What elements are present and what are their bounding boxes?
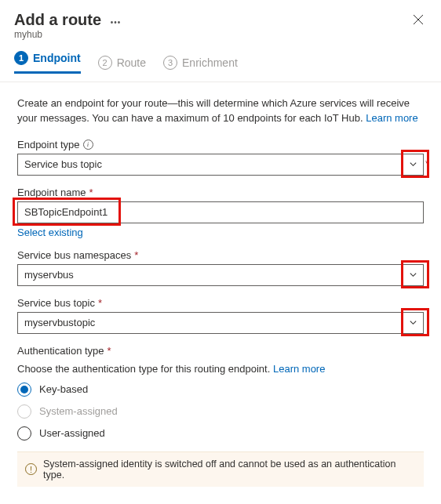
radio-system-assigned: System-assigned — [17, 404, 424, 419]
step-number: 3 — [163, 56, 177, 70]
radio-label: User-assigned — [39, 427, 105, 439]
radio-label: System-assigned — [39, 405, 118, 417]
learn-more-link[interactable]: Learn more — [366, 112, 417, 124]
step-number: 1 — [14, 51, 28, 65]
step-route[interactable]: 2 Route — [98, 51, 146, 74]
hub-name: myhub — [14, 29, 410, 40]
topic-select[interactable] — [17, 312, 424, 334]
auth-note: Choose the authentication type for this … — [17, 363, 424, 375]
step-enrichment[interactable]: 3 Enrichment — [163, 51, 238, 74]
warning-banner: ! System-assigned identity is switched o… — [17, 451, 424, 487]
auth-learn-more-link[interactable]: Learn more — [273, 363, 325, 375]
radio-key-based[interactable]: Key-based — [17, 383, 424, 397]
step-number: 2 — [98, 56, 112, 70]
info-icon[interactable]: i — [83, 140, 93, 150]
endpoint-name-label: Endpoint name — [17, 187, 86, 198]
warning-icon: ! — [25, 463, 37, 475]
endpoint-name-input[interactable] — [17, 201, 424, 223]
intro-text: Create an endpoint for your route—this w… — [17, 96, 424, 126]
namespace-select[interactable] — [17, 264, 424, 286]
topic-label: Service bus topic — [17, 297, 95, 309]
close-icon[interactable] — [410, 11, 427, 31]
auth-type-label: Authentication type — [17, 345, 104, 357]
step-label: Endpoint — [33, 52, 81, 64]
namespace-label: Service bus namespaces — [17, 249, 131, 261]
radio-label: Key-based — [39, 383, 88, 395]
step-label: Route — [117, 56, 146, 69]
step-endpoint[interactable]: 1 Endpoint — [14, 51, 81, 74]
warning-text: System-assigned identity is switched off… — [43, 459, 416, 480]
wizard-steps: 1 Endpoint 2 Route 3 Enrichment — [14, 51, 427, 74]
step-label: Enrichment — [182, 56, 238, 69]
select-existing-link[interactable]: Select existing — [17, 227, 83, 238]
radio-user-assigned[interactable]: User-assigned — [17, 426, 424, 441]
page-title: Add a route — [14, 11, 101, 29]
endpoint-type-label: Endpoint type — [17, 139, 80, 150]
more-icon[interactable]: ••• — [111, 18, 122, 27]
endpoint-type-select[interactable] — [17, 154, 424, 176]
